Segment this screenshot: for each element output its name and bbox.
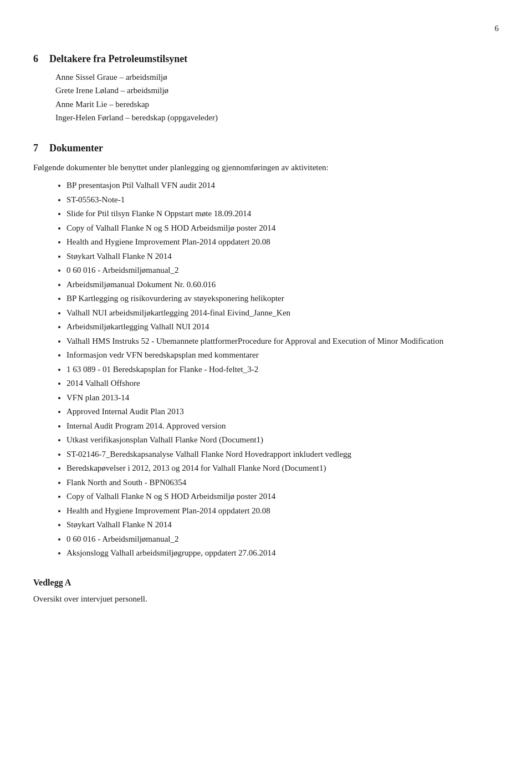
list-item: Inger-Helen Førland – beredskap (oppgave… [55,111,499,124]
section-6: 6Deltakere fra Petroleumstilsynet Anne S… [33,52,499,124]
list-item: Valhall NUI arbeidsmiljøkartlegging 2014… [66,307,499,319]
section-7-number: 7 [33,141,38,156]
section-6-number: 6 [33,52,38,67]
page-number: 6 [33,22,499,35]
list-item: Flank North and South - BPN06354 [66,476,499,489]
vedlegg-heading: Vedlegg A [33,576,499,589]
list-item: Approved Internal Audit Plan 2013 [66,405,499,418]
list-item: Beredskapøvelser i 2012, 2013 og 2014 fo… [66,462,499,475]
documents-list: BP presentasjon Ptil Valhall VFN audit 2… [66,179,499,559]
list-item: BP Kartlegging og risikovurdering av stø… [66,292,499,305]
section-7-intro: Følgende dokumenter ble benyttet under p… [33,161,499,174]
list-item: Health and Hygiene Improvement Plan-2014… [66,236,499,248]
list-item: Informasjon vedr VFN beredskapsplan med … [66,349,499,361]
list-item: Støykart Valhall Flanke N 2014 [66,518,499,531]
list-item: ST-05563-Note-1 [66,193,499,206]
list-item: ST-02146-7_Beredskapsanalyse Valhall Fla… [66,448,499,461]
list-item: Anne Marit Lie – beredskap [55,98,499,111]
list-item: 2014 Valhall Offshore [66,377,499,390]
list-item: BP presentasjon Ptil Valhall VFN audit 2… [66,179,499,192]
list-item: Health and Hygiene Improvement Plan-2014… [66,505,499,517]
list-item: Grete Irene Løland – arbeidsmiljø [55,84,499,97]
list-item: Copy of Valhall Flanke N og S HOD Arbeid… [66,222,499,235]
participants-list: Anne Sissel Graue – arbeidsmiljø Grete I… [55,71,499,124]
list-item: 0 60 016 - Arbeidsmiljømanual_2 [66,533,499,546]
list-item: Støykart Valhall Flanke N 2014 [66,250,499,263]
list-item: Utkast verifikasjonsplan Valhall Flanke … [66,434,499,446]
list-item: Internal Audit Program 2014. Approved ve… [66,420,499,432]
list-item: Arbeidsmiljømanual Dokument Nr. 0.60.016 [66,278,499,291]
section-6-title: Deltakere fra Petroleumstilsynet [49,53,187,64]
list-item: Copy of Valhall Flanke N og S HOD Arbeid… [66,490,499,503]
list-item: 1 63 089 - 01 Beredskapsplan for Flanke … [66,363,499,376]
list-item: Anne Sissel Graue – arbeidsmiljø [55,71,499,84]
list-item: Slide for Ptil tilsyn Flanke N Oppstart … [66,207,499,220]
section-7: 7Dokumenter Følgende dokumenter ble beny… [33,141,499,559]
list-item: Aksjonslogg Valhall arbeidsmiljøgruppe, … [66,547,499,559]
list-item: Arbeidsmiljøkartlegging Valhall NUI 2014 [66,320,499,333]
list-item: 0 60 016 - Arbeidsmiljømanual_2 [66,264,499,277]
list-item: Valhall HMS Instruks 52 - Ubemannete pla… [66,335,499,348]
vedlegg-section: Vedlegg A Oversikt over intervjuet perso… [33,576,499,605]
section-7-title: Dokumenter [49,142,103,154]
vedlegg-text: Oversikt over intervjuet personell. [33,593,499,605]
list-item: VFN plan 2013-14 [66,391,499,404]
